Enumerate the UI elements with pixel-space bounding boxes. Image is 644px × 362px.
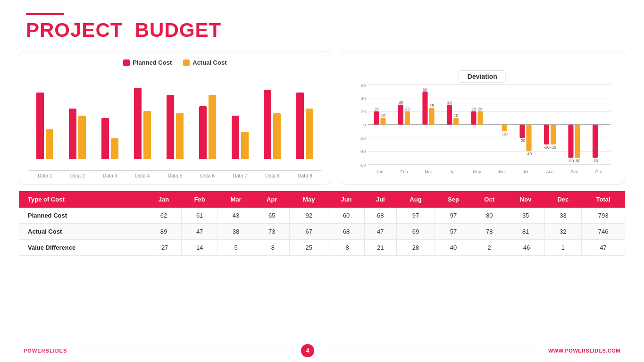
svg-text:Jul: Jul <box>523 169 528 174</box>
col-header-oct: Oct <box>472 192 507 208</box>
cell-value: 38 <box>218 224 254 240</box>
svg-text:-40: -40 <box>526 152 532 156</box>
bar-actual <box>241 132 249 159</box>
cell-value: 32 <box>544 224 582 240</box>
cell-value: 89 <box>146 224 181 240</box>
svg-rect-52 <box>568 125 573 158</box>
row-label: Planned Cost <box>19 208 146 224</box>
cell-value: 61 <box>182 208 218 224</box>
svg-text:25: 25 <box>429 103 434 108</box>
bar-label: Data 8 <box>256 173 289 178</box>
cell-value: 62 <box>146 208 181 224</box>
bar-label: Data 6 <box>191 173 224 178</box>
bar-planned <box>264 90 271 159</box>
bar-actual <box>273 113 281 159</box>
svg-text:30: 30 <box>447 100 452 105</box>
bar-label: Data 7 <box>224 173 256 178</box>
svg-text:-60: -60 <box>360 163 366 168</box>
cell-value: -8 <box>328 240 365 256</box>
title-black: PROJECT <box>26 19 123 41</box>
header-accent-line <box>26 13 64 15</box>
bar-group <box>94 118 126 160</box>
svg-rect-49 <box>551 125 556 144</box>
title-pink: BUDGET <box>135 19 221 41</box>
cell-value: 47 <box>182 224 218 240</box>
col-header-apr: Apr <box>254 192 290 208</box>
bar-planned <box>69 109 76 159</box>
bar-actual <box>176 113 184 159</box>
budget-table: Type of CostJanFebMarAprMayJunJulAugSepO… <box>19 191 625 256</box>
svg-text:30: 30 <box>398 100 403 105</box>
col-header-dec: Dec <box>544 192 582 208</box>
svg-text:Mar: Mar <box>425 169 432 174</box>
svg-text:Jun: Jun <box>498 169 505 174</box>
chart-legend: Planned Cost Actual Cost <box>29 59 321 66</box>
bar-planned <box>36 93 44 159</box>
legend-dot-actual <box>183 59 190 66</box>
bar-group <box>126 88 159 159</box>
bar-actual <box>46 129 53 159</box>
svg-text:20: 20 <box>374 107 379 111</box>
legend-actual-label: Actual Cost <box>192 59 226 66</box>
col-header-jul: Jul <box>364 192 396 208</box>
svg-rect-31 <box>453 118 459 125</box>
header: PROJECT BUDGET <box>0 0 644 46</box>
svg-text:60: 60 <box>361 83 366 88</box>
svg-rect-57 <box>593 125 598 158</box>
svg-text:-20: -20 <box>360 136 366 141</box>
table-area: Type of CostJanFebMarAprMayJunJulAugSepO… <box>0 185 644 256</box>
cell-value: 97 <box>396 208 435 224</box>
svg-text:40: 40 <box>361 96 366 101</box>
bar-group <box>159 95 191 159</box>
bar-actual <box>78 116 86 159</box>
cell-value: -8 <box>254 240 290 256</box>
col-header-mar: Mar <box>218 192 254 208</box>
bar-group <box>256 90 289 159</box>
bar-group <box>29 93 61 159</box>
cell-value: 21 <box>364 240 396 256</box>
bar-group <box>289 93 321 159</box>
col-header-jan: Jan <box>146 192 181 208</box>
col-header-nov: Nov <box>507 192 544 208</box>
cell-value: 78 <box>472 224 507 240</box>
svg-text:20: 20 <box>478 107 483 111</box>
svg-text:20: 20 <box>405 107 410 111</box>
bar-label: Data 9 <box>289 173 321 178</box>
svg-text:20: 20 <box>361 109 366 114</box>
right-chart-card: Deviation 6040200-20-40-602010Jan3020Feb… <box>340 51 625 185</box>
footer-brand-right: WWW.POWERSLIDES.COM <box>548 348 620 354</box>
legend-dot-planned <box>123 59 130 66</box>
svg-rect-36 <box>477 111 483 125</box>
cell-value: 65 <box>254 208 290 224</box>
cell-value: 25 <box>290 240 328 256</box>
svg-text:Feb: Feb <box>400 169 408 174</box>
footer-line-left <box>75 351 293 351</box>
svg-text:May: May <box>473 169 481 174</box>
table-row: Value Difference-27145-825-82128402-4614… <box>19 240 625 256</box>
svg-text:-20: -20 <box>519 138 525 143</box>
svg-text:Sep: Sep <box>570 169 578 174</box>
svg-rect-14 <box>374 111 379 125</box>
svg-text:-30: -30 <box>544 145 550 150</box>
row-label: Actual Cost <box>19 224 146 240</box>
col-header-may: May <box>290 192 328 208</box>
bar-actual <box>209 95 216 159</box>
svg-rect-54 <box>575 125 580 158</box>
bar-planned <box>101 118 109 160</box>
svg-text:20: 20 <box>471 107 476 111</box>
cell-value: -27 <box>146 240 181 256</box>
svg-text:-50: -50 <box>575 159 581 163</box>
row-label: Value Difference <box>19 240 146 256</box>
cell-value: 746 <box>582 224 625 240</box>
svg-text:-50: -50 <box>568 159 574 163</box>
bar-group <box>191 95 224 159</box>
cell-value: 67 <box>290 224 328 240</box>
deviation-chart: Deviation 6040200-20-40-602010Jan3020Feb… <box>350 64 615 177</box>
svg-rect-24 <box>422 92 427 125</box>
legend-planned-label: Planned Cost <box>133 59 172 66</box>
svg-text:Aug: Aug <box>546 169 553 174</box>
svg-rect-42 <box>519 125 525 138</box>
svg-text:50: 50 <box>423 87 427 92</box>
svg-text:-50: -50 <box>592 159 598 163</box>
col-header-sep: Sep <box>435 192 472 208</box>
